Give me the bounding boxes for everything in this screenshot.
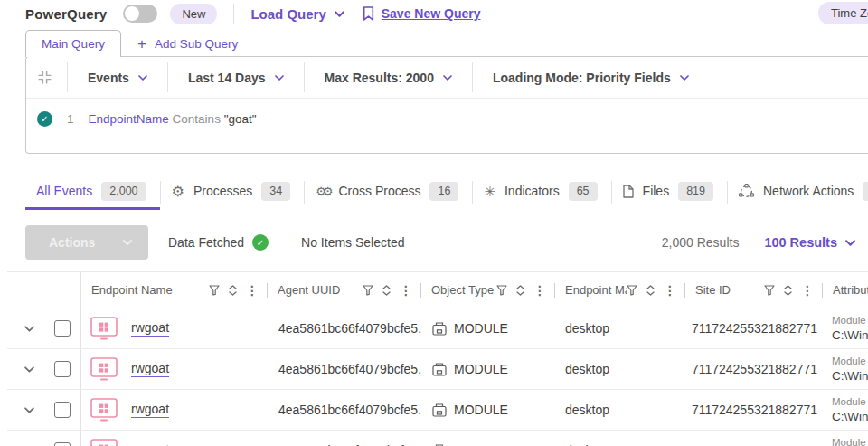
site-id-cell: 711724255321882771 [685, 349, 823, 389]
query-builder-panel: Events Last 14 Days Max Results: 2000 Lo… [25, 56, 868, 154]
toggle-knob [125, 6, 139, 21]
column-title: Endpoint Ma... [565, 283, 627, 297]
tab-count-badge: 34 [261, 182, 290, 202]
actions-button[interactable]: Actions [25, 225, 148, 260]
attribute-key: Module [832, 436, 866, 446]
chevron-down-icon [138, 75, 147, 81]
bookmark-icon[interactable] [363, 6, 374, 21]
column-menu-icon[interactable]: ⋮ [664, 284, 676, 297]
endpoint-name-link[interactable]: rwgoat [131, 361, 169, 377]
table-row: rwgoat 4ea5861bc66f4079bcfe5... MODULE d… [7, 390, 868, 431]
entity-dropdown[interactable]: Events [68, 57, 167, 98]
endpoint-name-link[interactable]: rwgoat [131, 442, 169, 446]
powerquery-title: PowerQuery [25, 6, 107, 22]
success-check-icon: ✓ [252, 234, 269, 251]
agent-uuid-cell: 4ea5861bc66f4079bcfe5... [268, 390, 421, 430]
object-type-cell: MODULE [454, 403, 508, 417]
row-expand-icon[interactable] [24, 407, 34, 413]
sort-icon[interactable] [516, 285, 524, 296]
time-range-dropdown[interactable]: Last 14 Days [168, 57, 304, 98]
checkbox-column-header [51, 272, 81, 308]
row-checkbox[interactable] [54, 402, 71, 418]
table-header-row: Endpoint Name ⋮ Agent UUID ⋮ Object Type… [7, 271, 868, 308]
add-sub-query-button[interactable]: + Add Sub Query [137, 30, 238, 57]
row-expand-icon[interactable] [24, 366, 34, 373]
time-zone-button[interactable]: Time Zone [818, 2, 868, 24]
table-row: rwgoat 4ea5861bc66f4079bcfe5... MODULE d… [7, 349, 868, 390]
tab-label: Cross Process [338, 185, 420, 198]
column-header-agent-uuid[interactable]: Agent UUID ⋮ [268, 272, 421, 308]
column-header-endpoint-machine[interactable]: Endpoint Ma... ⋮ [555, 272, 685, 308]
filter-icon[interactable] [209, 285, 220, 296]
load-query-button[interactable]: Load Query [250, 6, 344, 22]
machine-type-cell: desktop [555, 349, 685, 389]
column-menu-icon[interactable]: ⋮ [246, 284, 259, 297]
query-condition-row[interactable]: ✓ 1 EndpointName Contains "goat" [37, 111, 868, 127]
tab-count-badge: 20 [863, 182, 868, 202]
collapse-icon[interactable] [26, 57, 67, 98]
row-checkbox[interactable] [54, 320, 71, 337]
column-title: Object Type [431, 283, 494, 297]
tab-cross-process[interactable]: ⚙⚙ Cross Process 16 [305, 176, 472, 210]
tab-count-badge: 65 [569, 182, 598, 202]
column-title: Agent UUID [278, 283, 340, 297]
sort-icon[interactable] [784, 285, 792, 296]
filter-icon[interactable] [496, 285, 507, 296]
column-header-object-type[interactable]: Object Type ⋮ [421, 272, 555, 308]
agent-uuid-cell: 4ea5861bc66f4079bcfe5... [268, 308, 421, 348]
load-query-label: Load Query [250, 6, 326, 22]
condition-valid-check-icon: ✓ [37, 111, 52, 127]
windows-endpoint-icon [90, 357, 118, 381]
status-label: Data Fetched [168, 235, 244, 250]
expand-column-header [7, 272, 51, 308]
windows-endpoint-icon [90, 439, 118, 446]
column-menu-icon[interactable]: ⋮ [801, 284, 814, 297]
max-results-dropdown[interactable]: Max Results: 2000 [305, 57, 472, 98]
row-expand-icon[interactable] [24, 326, 34, 332]
windows-endpoint-icon [90, 398, 118, 422]
filter-icon[interactable] [363, 285, 373, 296]
endpoint-name-link[interactable]: rwgoat [131, 320, 169, 337]
column-header-endpoint-name[interactable]: Endpoint Name ⋮ [81, 272, 268, 308]
tab-files[interactable]: Files 819 [612, 176, 727, 210]
loading-mode-dropdown[interactable]: Loading Mode: Priority Fields [473, 57, 709, 98]
loading-mode-label: Loading Mode: Priority Fields [493, 71, 671, 85]
gear-icon: ⚙ [172, 185, 184, 199]
tab-processes[interactable]: ⚙ Processes 34 [161, 176, 305, 210]
query-builder-toolbar: Events Last 14 Days Max Results: 2000 Lo… [26, 57, 868, 99]
tab-network-actions[interactable]: Network Actions 20 [728, 176, 868, 210]
row-checkbox[interactable] [54, 442, 71, 446]
filter-icon[interactable] [627, 285, 637, 296]
sort-icon[interactable] [229, 285, 237, 296]
row-checkbox[interactable] [54, 361, 71, 377]
network-icon [739, 184, 754, 199]
event-type-tabs: All Events 2,000 ⚙ Processes 34 ⚙⚙ Cross… [25, 176, 868, 210]
save-new-query-link[interactable]: Save New Query [382, 6, 481, 21]
machine-type-cell: desktop [555, 431, 685, 446]
tab-indicators[interactable]: ✳ Indicators 65 [473, 176, 610, 210]
attribute-value: C:\Win [832, 368, 868, 384]
site-id-cell: 711724255321882771 [685, 431, 823, 446]
chevron-down-icon [680, 75, 689, 81]
sort-icon[interactable] [646, 285, 655, 296]
actions-bar: Actions Data Fetched ✓ No Items Selected… [25, 224, 855, 261]
module-icon [432, 363, 447, 376]
column-header-site-id[interactable]: Site ID ⋮ [685, 272, 823, 308]
new-badge: New [170, 4, 217, 24]
endpoint-name-link[interactable]: rwgoat [131, 402, 169, 418]
column-header-attributes[interactable]: Attributes [823, 272, 868, 308]
results-table: Endpoint Name ⋮ Agent UUID ⋮ Object Type… [7, 271, 868, 446]
max-results-label: Max Results: 2000 [325, 71, 434, 85]
page-size-dropdown[interactable]: 100 Results [764, 235, 855, 250]
tab-all-events[interactable]: All Events 2,000 [25, 176, 160, 210]
column-title: Attributes [833, 283, 868, 297]
table-row: rwgoat 4ea5861bc66f4079bcfe5... MODULE d… [7, 308, 868, 349]
tab-main-query[interactable]: Main Query [25, 30, 121, 57]
column-menu-icon[interactable]: ⋮ [533, 284, 546, 297]
column-title: Endpoint Name [91, 283, 173, 297]
filter-icon[interactable] [764, 285, 775, 296]
sort-icon[interactable] [382, 285, 391, 296]
column-menu-icon[interactable]: ⋮ [400, 284, 412, 297]
tab-label: Processes [193, 185, 252, 198]
powerquery-toggle[interactable] [123, 5, 157, 23]
